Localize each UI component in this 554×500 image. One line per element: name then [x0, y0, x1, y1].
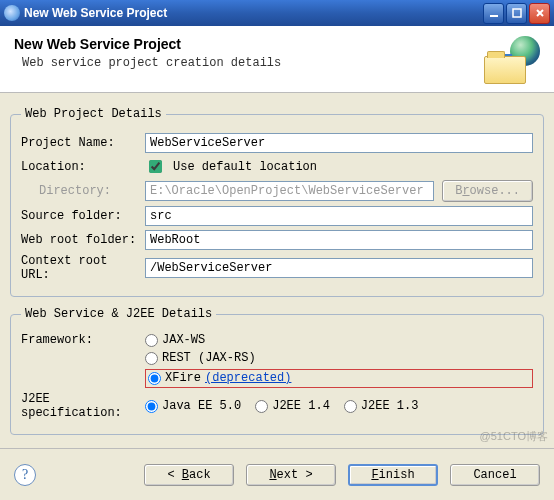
- framework-xfire-radio[interactable]: XFire: [148, 371, 201, 385]
- close-button[interactable]: [529, 3, 550, 24]
- web-service-j2ee-group: Web Service & J2EE Details Framework: JA…: [10, 307, 544, 435]
- j2ee-14-radio[interactable]: J2EE 1.4: [255, 399, 330, 413]
- j2ee-13-radio[interactable]: J2EE 1.3: [344, 399, 419, 413]
- radio-label: REST (JAX-RS): [162, 351, 256, 365]
- context-root-label: Context root URL:: [21, 254, 139, 282]
- app-icon: [4, 5, 20, 21]
- wizard-header: New Web Service Project Web service proj…: [0, 26, 554, 93]
- web-project-details-group: Web Project Details Project Name: Locati…: [10, 107, 544, 297]
- browse-button: Browse...: [442, 180, 533, 202]
- radio-label: JAX-WS: [162, 333, 205, 347]
- header-title: New Web Service Project: [14, 36, 484, 52]
- window-title: New Web Service Project: [24, 6, 483, 20]
- minimize-button[interactable]: [483, 3, 504, 24]
- framework-xfire-highlight: XFire (deprecated): [145, 369, 533, 388]
- back-button[interactable]: < Back: [144, 464, 234, 486]
- wizard-button-bar: ? < Back Next > Finish Cancel: [0, 448, 554, 500]
- svg-rect-0: [490, 15, 498, 17]
- wizard-icon: [484, 36, 540, 84]
- radio-label: XFire: [165, 371, 201, 385]
- project-name-input[interactable]: [145, 133, 533, 153]
- web-root-input[interactable]: [145, 230, 533, 250]
- framework-jaxws-radio[interactable]: JAX-WS: [145, 333, 533, 347]
- finish-button[interactable]: Finish: [348, 464, 438, 486]
- framework-label: Framework:: [21, 333, 139, 347]
- use-default-location-checkbox[interactable]: [149, 160, 162, 173]
- cancel-button[interactable]: Cancel: [450, 464, 540, 486]
- radio-label: J2EE 1.3: [361, 399, 419, 413]
- svg-rect-1: [513, 9, 521, 17]
- location-label: Location:: [21, 160, 139, 174]
- directory-input: [145, 181, 434, 201]
- window-titlebar: New Web Service Project: [0, 0, 554, 26]
- radio-label: Java EE 5.0: [162, 399, 241, 413]
- header-subtitle: Web service project creation details: [14, 56, 484, 70]
- context-root-input[interactable]: [145, 258, 533, 278]
- directory-label: Directory:: [21, 184, 139, 198]
- maximize-button[interactable]: [506, 3, 527, 24]
- group-legend: Web Project Details: [21, 107, 166, 121]
- help-button[interactable]: ?: [14, 464, 36, 486]
- radio-label: J2EE 1.4: [272, 399, 330, 413]
- xfire-deprecated-link[interactable]: (deprecated): [205, 371, 291, 385]
- use-default-location-label: Use default location: [173, 160, 317, 174]
- source-folder-input[interactable]: [145, 206, 533, 226]
- source-folder-label: Source folder:: [21, 209, 139, 223]
- watermark: @51CTO博客: [480, 429, 548, 444]
- project-name-label: Project Name:: [21, 136, 139, 150]
- j2ee-spec-label: J2EE specification:: [21, 392, 139, 420]
- framework-rest-radio[interactable]: REST (JAX-RS): [145, 351, 533, 365]
- web-root-label: Web root folder:: [21, 233, 139, 247]
- group-legend: Web Service & J2EE Details: [21, 307, 216, 321]
- j2ee-ee5-radio[interactable]: Java EE 5.0: [145, 399, 241, 413]
- next-button[interactable]: Next >: [246, 464, 336, 486]
